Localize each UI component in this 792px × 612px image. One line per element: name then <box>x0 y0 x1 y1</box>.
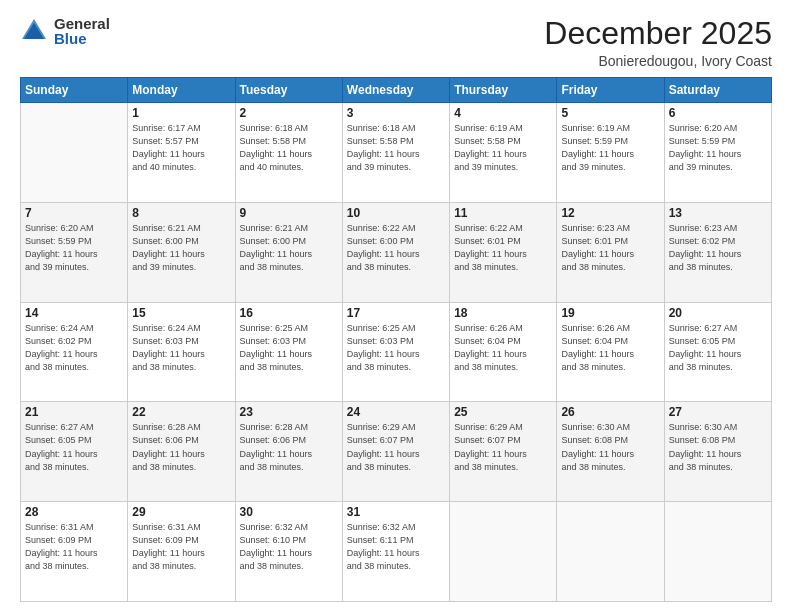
calendar-cell: 18Sunrise: 6:26 AMSunset: 6:04 PMDayligh… <box>450 302 557 402</box>
calendar-table: SundayMondayTuesdayWednesdayThursdayFrid… <box>20 77 772 602</box>
day-info: Sunrise: 6:30 AMSunset: 6:08 PMDaylight:… <box>561 421 659 473</box>
calendar-cell: 9Sunrise: 6:21 AMSunset: 6:00 PMDaylight… <box>235 202 342 302</box>
day-info: Sunrise: 6:17 AMSunset: 5:57 PMDaylight:… <box>132 122 230 174</box>
day-number: 15 <box>132 306 230 320</box>
calendar-cell: 7Sunrise: 6:20 AMSunset: 5:59 PMDaylight… <box>21 202 128 302</box>
day-number: 14 <box>25 306 123 320</box>
weekday-header-thursday: Thursday <box>450 78 557 103</box>
day-number: 5 <box>561 106 659 120</box>
day-number: 29 <box>132 505 230 519</box>
calendar-cell: 1Sunrise: 6:17 AMSunset: 5:57 PMDaylight… <box>128 103 235 203</box>
calendar-cell: 17Sunrise: 6:25 AMSunset: 6:03 PMDayligh… <box>342 302 449 402</box>
day-info: Sunrise: 6:25 AMSunset: 6:03 PMDaylight:… <box>347 322 445 374</box>
day-info: Sunrise: 6:31 AMSunset: 6:09 PMDaylight:… <box>25 521 123 573</box>
weekday-header-wednesday: Wednesday <box>342 78 449 103</box>
calendar-cell: 13Sunrise: 6:23 AMSunset: 6:02 PMDayligh… <box>664 202 771 302</box>
calendar-cell: 30Sunrise: 6:32 AMSunset: 6:10 PMDayligh… <box>235 502 342 602</box>
day-number: 22 <box>132 405 230 419</box>
week-row-4: 21Sunrise: 6:27 AMSunset: 6:05 PMDayligh… <box>21 402 772 502</box>
day-number: 24 <box>347 405 445 419</box>
calendar-cell: 16Sunrise: 6:25 AMSunset: 6:03 PMDayligh… <box>235 302 342 402</box>
calendar-cell: 12Sunrise: 6:23 AMSunset: 6:01 PMDayligh… <box>557 202 664 302</box>
day-info: Sunrise: 6:22 AMSunset: 6:00 PMDaylight:… <box>347 222 445 274</box>
day-info: Sunrise: 6:19 AMSunset: 5:58 PMDaylight:… <box>454 122 552 174</box>
day-number: 26 <box>561 405 659 419</box>
logo-icon <box>20 17 48 45</box>
day-number: 6 <box>669 106 767 120</box>
calendar-cell: 20Sunrise: 6:27 AMSunset: 6:05 PMDayligh… <box>664 302 771 402</box>
calendar-cell <box>557 502 664 602</box>
day-number: 28 <box>25 505 123 519</box>
calendar-cell: 28Sunrise: 6:31 AMSunset: 6:09 PMDayligh… <box>21 502 128 602</box>
calendar-cell: 15Sunrise: 6:24 AMSunset: 6:03 PMDayligh… <box>128 302 235 402</box>
weekday-header-tuesday: Tuesday <box>235 78 342 103</box>
calendar-cell: 2Sunrise: 6:18 AMSunset: 5:58 PMDaylight… <box>235 103 342 203</box>
day-number: 10 <box>347 206 445 220</box>
day-number: 16 <box>240 306 338 320</box>
day-number: 13 <box>669 206 767 220</box>
day-info: Sunrise: 6:24 AMSunset: 6:03 PMDaylight:… <box>132 322 230 374</box>
day-info: Sunrise: 6:18 AMSunset: 5:58 PMDaylight:… <box>240 122 338 174</box>
weekday-header-monday: Monday <box>128 78 235 103</box>
calendar-cell: 10Sunrise: 6:22 AMSunset: 6:00 PMDayligh… <box>342 202 449 302</box>
calendar-cell: 26Sunrise: 6:30 AMSunset: 6:08 PMDayligh… <box>557 402 664 502</box>
day-info: Sunrise: 6:26 AMSunset: 6:04 PMDaylight:… <box>561 322 659 374</box>
calendar-cell: 22Sunrise: 6:28 AMSunset: 6:06 PMDayligh… <box>128 402 235 502</box>
day-number: 3 <box>347 106 445 120</box>
day-info: Sunrise: 6:23 AMSunset: 6:01 PMDaylight:… <box>561 222 659 274</box>
day-info: Sunrise: 6:27 AMSunset: 6:05 PMDaylight:… <box>25 421 123 473</box>
calendar-cell <box>664 502 771 602</box>
day-info: Sunrise: 6:23 AMSunset: 6:02 PMDaylight:… <box>669 222 767 274</box>
calendar-cell: 14Sunrise: 6:24 AMSunset: 6:02 PMDayligh… <box>21 302 128 402</box>
day-info: Sunrise: 6:22 AMSunset: 6:01 PMDaylight:… <box>454 222 552 274</box>
day-number: 11 <box>454 206 552 220</box>
day-number: 27 <box>669 405 767 419</box>
title-block: December 2025 Bonieredougou, Ivory Coast <box>544 16 772 69</box>
logo: General Blue <box>20 16 110 46</box>
day-info: Sunrise: 6:28 AMSunset: 6:06 PMDaylight:… <box>132 421 230 473</box>
day-info: Sunrise: 6:30 AMSunset: 6:08 PMDaylight:… <box>669 421 767 473</box>
day-info: Sunrise: 6:21 AMSunset: 6:00 PMDaylight:… <box>240 222 338 274</box>
calendar-cell: 31Sunrise: 6:32 AMSunset: 6:11 PMDayligh… <box>342 502 449 602</box>
day-number: 23 <box>240 405 338 419</box>
page: General Blue December 2025 Bonieredougou… <box>0 0 792 612</box>
day-number: 7 <box>25 206 123 220</box>
day-number: 25 <box>454 405 552 419</box>
day-info: Sunrise: 6:25 AMSunset: 6:03 PMDaylight:… <box>240 322 338 374</box>
day-info: Sunrise: 6:26 AMSunset: 6:04 PMDaylight:… <box>454 322 552 374</box>
weekday-header-row: SundayMondayTuesdayWednesdayThursdayFrid… <box>21 78 772 103</box>
day-number: 1 <box>132 106 230 120</box>
calendar-cell: 11Sunrise: 6:22 AMSunset: 6:01 PMDayligh… <box>450 202 557 302</box>
day-info: Sunrise: 6:20 AMSunset: 5:59 PMDaylight:… <box>669 122 767 174</box>
day-info: Sunrise: 6:24 AMSunset: 6:02 PMDaylight:… <box>25 322 123 374</box>
week-row-1: 1Sunrise: 6:17 AMSunset: 5:57 PMDaylight… <box>21 103 772 203</box>
week-row-2: 7Sunrise: 6:20 AMSunset: 5:59 PMDaylight… <box>21 202 772 302</box>
day-number: 20 <box>669 306 767 320</box>
location: Bonieredougou, Ivory Coast <box>544 53 772 69</box>
day-info: Sunrise: 6:32 AMSunset: 6:11 PMDaylight:… <box>347 521 445 573</box>
day-number: 21 <box>25 405 123 419</box>
day-number: 9 <box>240 206 338 220</box>
calendar-cell: 27Sunrise: 6:30 AMSunset: 6:08 PMDayligh… <box>664 402 771 502</box>
calendar-cell <box>21 103 128 203</box>
day-info: Sunrise: 6:31 AMSunset: 6:09 PMDaylight:… <box>132 521 230 573</box>
day-info: Sunrise: 6:20 AMSunset: 5:59 PMDaylight:… <box>25 222 123 274</box>
calendar-cell: 3Sunrise: 6:18 AMSunset: 5:58 PMDaylight… <box>342 103 449 203</box>
week-row-3: 14Sunrise: 6:24 AMSunset: 6:02 PMDayligh… <box>21 302 772 402</box>
day-number: 17 <box>347 306 445 320</box>
calendar-cell: 4Sunrise: 6:19 AMSunset: 5:58 PMDaylight… <box>450 103 557 203</box>
day-number: 8 <box>132 206 230 220</box>
header: General Blue December 2025 Bonieredougou… <box>20 16 772 69</box>
day-number: 31 <box>347 505 445 519</box>
calendar-cell: 23Sunrise: 6:28 AMSunset: 6:06 PMDayligh… <box>235 402 342 502</box>
month-title: December 2025 <box>544 16 772 51</box>
weekday-header-sunday: Sunday <box>21 78 128 103</box>
logo-blue: Blue <box>54 31 110 46</box>
calendar-cell: 25Sunrise: 6:29 AMSunset: 6:07 PMDayligh… <box>450 402 557 502</box>
day-info: Sunrise: 6:21 AMSunset: 6:00 PMDaylight:… <box>132 222 230 274</box>
calendar-cell: 19Sunrise: 6:26 AMSunset: 6:04 PMDayligh… <box>557 302 664 402</box>
day-info: Sunrise: 6:29 AMSunset: 6:07 PMDaylight:… <box>454 421 552 473</box>
weekday-header-saturday: Saturday <box>664 78 771 103</box>
day-info: Sunrise: 6:32 AMSunset: 6:10 PMDaylight:… <box>240 521 338 573</box>
week-row-5: 28Sunrise: 6:31 AMSunset: 6:09 PMDayligh… <box>21 502 772 602</box>
